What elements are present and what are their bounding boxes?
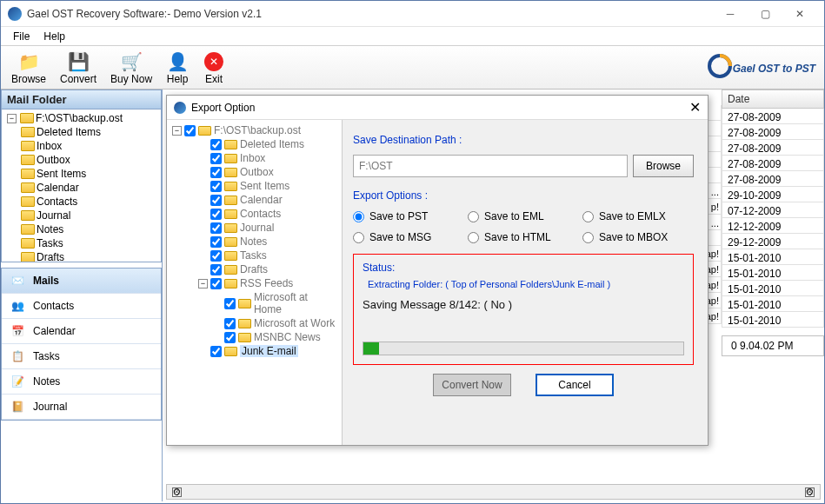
dialog-right: Save Destination Path : Browse Export Op… xyxy=(343,120,708,445)
folder-icon xyxy=(21,155,35,165)
help-icon: 👤 xyxy=(166,50,189,73)
status-extracting: Extracting Folder: ( Top of Personal Fol… xyxy=(363,279,684,289)
dtree-item[interactable]: Drafts xyxy=(170,262,338,276)
opt-pst[interactable]: Save to PST xyxy=(353,210,464,222)
tree-item[interactable]: Notes xyxy=(3,222,159,236)
maximize-button[interactable]: ▢ xyxy=(748,2,782,26)
folder-icon xyxy=(21,169,35,179)
tree-root[interactable]: −F:\OST\backup.ost xyxy=(3,111,159,125)
dtree-item[interactable]: Outbox xyxy=(170,165,338,179)
browse-button[interactable]: Browse xyxy=(633,155,694,177)
tree-item[interactable]: Calendar xyxy=(3,181,159,195)
tree-item[interactable]: Contacts xyxy=(3,195,159,209)
opt-msg[interactable]: Save to MSG xyxy=(353,231,464,243)
dtree-junk-check[interactable] xyxy=(210,346,222,357)
convert-now-button[interactable]: Convert Now xyxy=(433,374,511,396)
dtree-root[interactable]: −F:\OST\backup.ost xyxy=(170,123,338,137)
opt-html[interactable]: Save to HTML xyxy=(468,231,579,243)
grid-date-cell: 15-01-2010 xyxy=(722,296,824,312)
folder-icon xyxy=(21,252,35,262)
grid-date-cell: 27-08-2009 xyxy=(722,140,824,156)
scroll-left-icon[interactable]: ⮿ xyxy=(172,487,182,497)
dtree-rss-check[interactable] xyxy=(210,278,222,289)
folder-icon xyxy=(21,141,35,151)
dtree-root-check[interactable] xyxy=(184,125,196,136)
folder-icon xyxy=(21,210,35,221)
nav-box: ✉️Mails 👥Contacts 📅Calendar 📋Tasks 📝Note… xyxy=(1,268,162,421)
folder-icon xyxy=(224,168,237,177)
notes-icon: 📝 xyxy=(9,375,26,388)
toolbar-exit[interactable]: ✕Exit xyxy=(196,49,232,87)
col-header-date[interactable]: Date xyxy=(722,90,824,109)
toolbar-browse-label: Browse xyxy=(11,73,46,85)
tree-item[interactable]: Drafts xyxy=(3,250,159,262)
dtree-item[interactable]: Tasks xyxy=(170,249,338,262)
dtree-rss-item[interactable]: Microsoft at Home xyxy=(170,290,338,316)
exit-icon: ✕ xyxy=(203,50,225,73)
toolbar-buynow[interactable]: 🛒Buy Now xyxy=(103,49,159,87)
folder-icon xyxy=(224,209,237,219)
nav-mails[interactable]: ✉️Mails xyxy=(2,269,161,294)
calendar-icon: 📅 xyxy=(9,324,26,338)
grid-date-cell: 07-12-2009 xyxy=(722,202,824,218)
dialog-tree[interactable]: −F:\OST\backup.ost Deleted ItemsInboxOut… xyxy=(167,120,343,445)
cart-icon: 🛒 xyxy=(120,50,143,73)
dtree-item[interactable]: Inbox xyxy=(170,151,338,165)
minimize-button[interactable]: ─ xyxy=(713,2,748,26)
toolbar-buynow-label: Buy Now xyxy=(110,73,152,85)
opt-eml[interactable]: Save to EML xyxy=(468,210,579,222)
dialog-app-icon xyxy=(174,102,186,114)
nav-tasks[interactable]: 📋Tasks xyxy=(2,344,161,369)
cancel-button[interactable]: Cancel xyxy=(536,374,614,396)
nav-notes[interactable]: 📝Notes xyxy=(2,369,161,395)
grid-date-cell: 27-08-2009 xyxy=(722,156,824,171)
dtree-item[interactable]: Sent Items xyxy=(170,179,338,193)
nav-contacts[interactable]: 👥Contacts xyxy=(2,294,161,319)
opt-emlx[interactable]: Save to EMLX xyxy=(582,210,694,222)
horizontal-scrollbar[interactable]: ⮿ ⮿ xyxy=(166,484,821,500)
folder-icon xyxy=(224,347,237,356)
toolbar-browse[interactable]: 📁Browse xyxy=(4,49,53,87)
tree-item[interactable]: Journal xyxy=(3,209,159,222)
grid-date-cell: 27-08-2009 xyxy=(722,124,824,140)
folder-icon xyxy=(20,113,34,123)
folder-icon xyxy=(198,126,211,136)
dtree-item[interactable]: Contacts xyxy=(170,207,338,221)
dtree-rss[interactable]: −RSS Feeds xyxy=(170,276,338,290)
nav-journal[interactable]: 📔Journal xyxy=(2,395,161,420)
folder-tree[interactable]: −F:\OST\backup.ost Deleted ItemsInboxOut… xyxy=(1,109,162,262)
folder-icon xyxy=(238,299,251,308)
menu-file[interactable]: File xyxy=(6,30,37,43)
dest-path-input[interactable] xyxy=(353,155,628,177)
dtree-rss-item[interactable]: MSNBC News xyxy=(170,330,338,344)
convert-icon: 💾 xyxy=(67,50,90,73)
tree-item[interactable]: Tasks xyxy=(3,236,159,250)
toolbar-exit-label: Exit xyxy=(205,73,223,85)
left-panel: Mail Folder −F:\OST\backup.ost Deleted I… xyxy=(1,90,162,501)
dtree-rss-item[interactable]: Microsoft at Work xyxy=(170,316,338,330)
mail-folder-header: Mail Folder xyxy=(1,90,162,109)
menu-help[interactable]: Help xyxy=(37,30,72,43)
status-box: Status: Extracting Folder: ( Top of Pers… xyxy=(353,254,694,365)
nav-calendar[interactable]: 📅Calendar xyxy=(2,319,161,344)
toolbar-help[interactable]: 👤Help xyxy=(159,49,196,87)
opt-mbox[interactable]: Save to MBOX xyxy=(582,231,694,243)
mail-icon: ✉️ xyxy=(9,274,26,288)
grid-date-cell: 27-08-2009 xyxy=(722,109,824,124)
dtree-item[interactable]: Notes xyxy=(170,235,338,249)
scroll-right-icon[interactable]: ⮿ xyxy=(805,487,815,497)
dtree-junk[interactable]: Junk E-mail xyxy=(170,344,338,358)
tree-item[interactable]: Sent Items xyxy=(3,167,159,181)
folder-icon xyxy=(224,223,237,233)
tree-item[interactable]: Inbox xyxy=(3,139,159,153)
grid-date-col: Date 27-08-200927-08-200927-08-200927-08… xyxy=(722,90,824,328)
tree-item[interactable]: Deleted Items xyxy=(3,125,159,139)
close-button[interactable]: ✕ xyxy=(782,2,817,26)
toolbar-convert[interactable]: 💾Convert xyxy=(53,49,103,87)
dialog-close-button[interactable]: ✕ xyxy=(689,99,701,116)
dtree-item[interactable]: Calendar xyxy=(170,193,338,207)
dtree-item[interactable]: Deleted Items xyxy=(170,137,338,151)
folder-icon xyxy=(21,182,35,193)
dtree-item[interactable]: Journal xyxy=(170,221,338,235)
tree-item[interactable]: Outbox xyxy=(3,153,159,167)
